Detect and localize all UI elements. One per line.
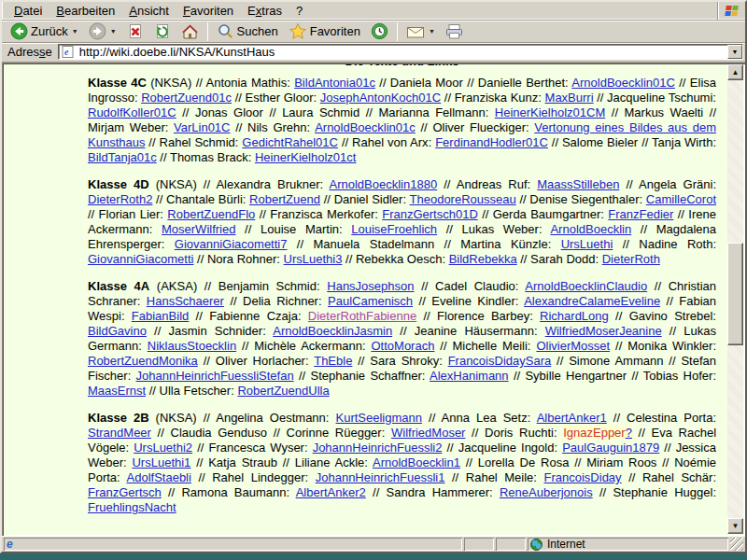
wiki-link[interactable]: FabianBild <box>132 309 189 323</box>
wiki-link[interactable]: RudolfKoller01C <box>88 105 176 119</box>
favorites-button[interactable]: Favoriten <box>284 21 365 42</box>
wiki-link[interactable]: OttoMorach <box>372 339 435 353</box>
menu-?[interactable]: ? <box>289 2 310 20</box>
back-dropdown-icon[interactable]: ▼ <box>72 28 78 35</box>
address-field[interactable]: e http://wiki.doebe.li/NKSA/KunstHaus ▼ <box>58 44 743 60</box>
wiki-link[interactable]: JohannHeinrichFuessliStefan <box>136 369 294 383</box>
wiki-link[interactable]: FranzFedier <box>608 207 673 221</box>
wiki-link[interactable]: UrsLuethi1 <box>132 455 190 469</box>
wiki-link[interactable]: MaxBurri <box>545 91 594 105</box>
class-section: Klasse 4A (AKSA) // Benjamin Schmid: Han… <box>88 279 716 399</box>
wiki-link[interactable]: ReneAuberjonois <box>500 485 593 499</box>
wiki-link[interactable]: RobertZuendMonika <box>88 354 198 368</box>
create-topic-link[interactable]: ? <box>626 426 632 440</box>
wiki-link[interactable]: RobertZuend <box>249 192 320 206</box>
wiki-link[interactable]: GedichtRahel01C <box>242 135 338 149</box>
wiki-link[interactable]: RobertZuendUlla <box>237 384 329 398</box>
scroll-up-button[interactable]: ▲ <box>727 64 743 80</box>
wiki-link[interactable]: ArnoldBoecklin1880 <box>330 177 438 191</box>
wiki-link[interactable]: FruehlingsNacht <box>88 500 176 514</box>
wiki-link[interactable]: UrsLuethi2 <box>134 441 192 455</box>
wiki-link[interactable]: BildTanja01c <box>88 150 157 164</box>
internet-globe-icon <box>530 539 543 551</box>
wiki-link[interactable]: DieterRothFabienne <box>308 309 416 323</box>
wiki-link[interactable]: HansJosephson <box>327 279 414 293</box>
wiki-link[interactable]: BildRebekka <box>449 252 517 266</box>
wiki-link[interactable]: RobertZuendFlo <box>167 207 255 221</box>
scroll-down-button[interactable]: ▼ <box>727 518 743 534</box>
wiki-link[interactable]: WilfriedMoserJeanine <box>545 324 662 338</box>
wiki-link[interactable]: UrsLuethi3 <box>284 252 343 266</box>
wiki-link[interactable]: OlivierMosset <box>536 339 610 353</box>
menu-datei[interactable]: Datei <box>7 2 49 20</box>
forward-dropdown-icon[interactable]: ▼ <box>110 28 117 35</box>
wiki-link[interactable]: ArnoldBoecklin1 <box>373 455 460 469</box>
address-dropdown-button[interactable]: ▼ <box>727 45 742 59</box>
wiki-link[interactable]: NiklausStoecklin <box>148 339 236 353</box>
wiki-link[interactable]: JohannHeinrichFuessli1 <box>316 470 445 484</box>
search-button[interactable]: Suchen <box>212 21 283 42</box>
home-button[interactable] <box>176 21 204 42</box>
wiki-link[interactable]: AlbertAnker1 <box>537 411 607 425</box>
wiki-link[interactable]: JohannHeinrichFuessli2 <box>313 441 443 455</box>
scrollbar-thumb[interactable] <box>727 243 743 345</box>
menu-ansicht[interactable]: Ansicht <box>122 2 176 20</box>
wiki-link[interactable]: FerdinandHodler01C <box>435 135 548 149</box>
home-icon <box>181 23 199 40</box>
wiki-link[interactable]: VarLin01C <box>174 120 230 134</box>
wiki-link[interactable]: GiovanniGiacometti7 <box>175 237 288 251</box>
wiki-link[interactable]: AlbertAnker2 <box>296 485 366 499</box>
wiki-link[interactable]: AdolfStaebli <box>127 470 191 484</box>
wiki-link[interactable]: MaassStilleben <box>537 177 619 191</box>
wiki-page: Die Texte und Links Klasse 4C (NKSA) // … <box>4 64 727 534</box>
refresh-button[interactable] <box>149 21 176 42</box>
forward-button[interactable]: ▼ <box>84 21 121 42</box>
wiki-link[interactable]: RichardLong <box>540 309 609 323</box>
wiki-link[interactable]: AlexHanimann <box>430 369 509 383</box>
mail-dropdown-icon[interactable]: ▼ <box>429 28 435 35</box>
wiki-link[interactable]: ArnoldBoecklin01c <box>315 120 416 134</box>
back-button[interactable]: Zurück ▼ <box>6 21 83 42</box>
wiki-link[interactable]: PaulGauguin1879 <box>562 441 659 455</box>
wiki-link[interactable]: UrsLuethi <box>561 237 613 251</box>
wiki-link[interactable]: FrancoisDidaySara <box>448 354 552 368</box>
resize-grip[interactable] <box>730 538 743 551</box>
wiki-link[interactable]: TheodoreRousseau <box>410 192 516 206</box>
wiki-link[interactable]: RobertZuend01c <box>141 91 232 105</box>
wiki-link[interactable]: ArnoldBoecklin <box>550 222 631 236</box>
mail-button[interactable]: ▼ <box>402 21 440 42</box>
wiki-link[interactable]: GiovanniGiacometti <box>88 252 193 266</box>
wiki-link[interactable]: AlexandreCalameEveline <box>524 294 660 308</box>
wiki-link[interactable]: MoserWilfried <box>162 222 235 236</box>
wiki-link[interactable]: BildAntonia01c <box>294 76 375 90</box>
address-url[interactable]: http://wiki.doebe.li/NKSA/KunstHaus <box>79 45 727 59</box>
wiki-link[interactable]: PaulCamenisch <box>328 294 413 308</box>
vertical-scrollbar[interactable]: ▲ ▼ <box>727 64 743 534</box>
wiki-link[interactable]: FranzGertsch01D <box>382 207 478 221</box>
wiki-link[interactable]: HeinerKielholz01CM <box>495 105 606 119</box>
print-button[interactable] <box>441 21 468 42</box>
wiki-link[interactable]: ArnoldBoecklinJasmin <box>273 324 392 338</box>
stop-button[interactable] <box>122 21 148 42</box>
wiki-link[interactable]: JosephAntonKoch01C <box>320 91 441 105</box>
wiki-link[interactable]: StrandMeer <box>88 426 151 440</box>
menu-bearbeiten[interactable]: Bearbeiten <box>49 2 122 20</box>
wiki-link[interactable]: DieterRoth2 <box>88 192 152 206</box>
wiki-link[interactable]: DieterRoth <box>602 252 660 266</box>
wiki-link[interactable]: BildGavino <box>88 324 147 338</box>
wiki-link[interactable]: HeinerKielholz01ct <box>255 150 356 164</box>
menu-extras[interactable]: Extras <box>241 2 289 20</box>
wiki-link[interactable]: ArnoldBoecklinClaudio <box>525 279 647 293</box>
wiki-link[interactable]: HansSchaerer <box>147 294 224 308</box>
wiki-link[interactable]: ThEble <box>314 354 352 368</box>
wiki-link[interactable]: CamilleCorot <box>646 192 716 206</box>
history-button[interactable] <box>366 21 393 42</box>
wiki-link[interactable]: LouiseFroehlich <box>351 222 437 236</box>
wiki-link[interactable]: FrancoisDiday <box>544 470 622 484</box>
wiki-link[interactable]: KurtSeeligmann <box>336 411 423 425</box>
menu-favoriten[interactable]: Favoriten <box>176 2 241 20</box>
wiki-link[interactable]: ArnoldBoecklin01C <box>571 76 675 90</box>
wiki-link[interactable]: WilfriedMoser <box>391 426 465 440</box>
wiki-link[interactable]: FranzGertsch <box>88 485 162 499</box>
wiki-link[interactable]: MaasErnst <box>88 384 146 398</box>
